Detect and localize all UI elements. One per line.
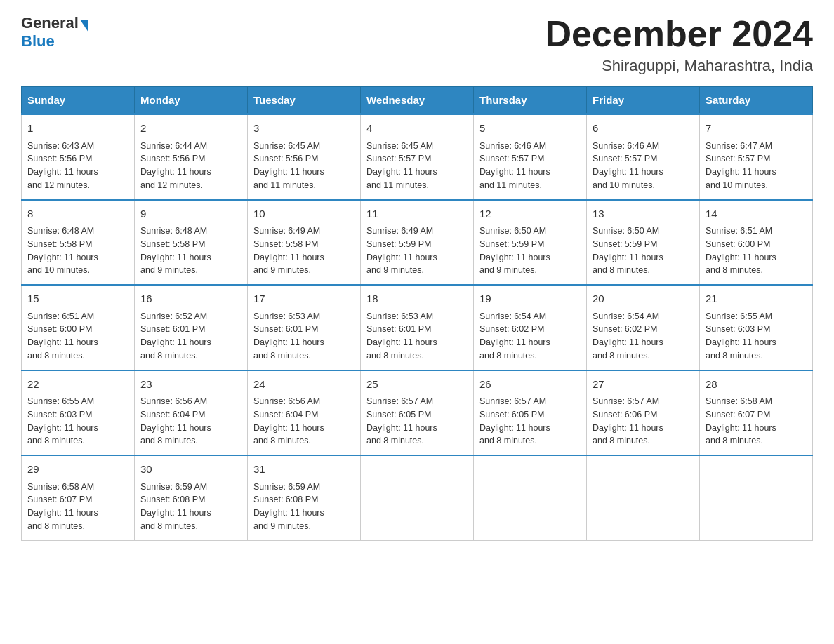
calendar-cell: 23 Sunrise: 6:56 AM Sunset: 6:04 PM Dayl… — [135, 370, 248, 456]
day-sunrise: Sunrise: 6:52 AM — [140, 311, 207, 321]
day-sunset: Sunset: 5:58 PM — [140, 239, 205, 249]
day-daylight: Daylight: 11 hoursand 8 minutes. — [140, 508, 211, 531]
day-number: 5 — [479, 121, 581, 137]
day-number: 2 — [140, 121, 241, 137]
day-sunset: Sunset: 5:59 PM — [479, 239, 544, 249]
day-sunset: Sunset: 6:05 PM — [366, 410, 431, 420]
calendar-cell: 17 Sunrise: 6:53 AM Sunset: 6:01 PM Dayl… — [248, 285, 361, 370]
day-sunset: Sunset: 6:03 PM — [27, 410, 92, 420]
day-sunrise: Sunrise: 6:58 AM — [706, 396, 772, 406]
day-sunrise: Sunrise: 6:56 AM — [140, 396, 207, 406]
day-number: 9 — [140, 206, 241, 222]
title-area: December 2024 Shiraguppi, Maharashtra, I… — [545, 14, 813, 75]
day-number: 12 — [479, 206, 581, 222]
day-sunset: Sunset: 6:02 PM — [593, 324, 657, 334]
day-sunrise: Sunrise: 6:51 AM — [706, 226, 772, 236]
day-number: 15 — [27, 291, 128, 307]
day-sunrise: Sunrise: 6:57 AM — [366, 396, 433, 406]
day-number: 20 — [593, 291, 694, 307]
day-sunrise: Sunrise: 6:57 AM — [593, 396, 659, 406]
day-sunrise: Sunrise: 6:46 AM — [479, 141, 546, 151]
day-sunset: Sunset: 6:06 PM — [593, 410, 657, 420]
day-daylight: Daylight: 11 hoursand 11 minutes. — [479, 167, 550, 190]
calendar-cell: 15 Sunrise: 6:51 AM Sunset: 6:00 PM Dayl… — [22, 285, 135, 370]
day-number: 17 — [253, 291, 355, 307]
day-sunset: Sunset: 5:57 PM — [706, 154, 770, 163]
day-sunset: Sunset: 6:00 PM — [27, 324, 92, 334]
day-sunset: Sunset: 6:01 PM — [253, 324, 318, 334]
day-header-wednesday: Wednesday — [361, 87, 474, 114]
day-number: 11 — [366, 206, 468, 222]
day-number: 4 — [366, 121, 468, 137]
day-daylight: Daylight: 11 hoursand 8 minutes. — [593, 423, 663, 446]
calendar-cell: 27 Sunrise: 6:57 AM Sunset: 6:06 PM Dayl… — [587, 370, 700, 456]
day-number: 14 — [706, 206, 807, 222]
day-sunset: Sunset: 6:08 PM — [253, 495, 318, 504]
day-daylight: Daylight: 11 hoursand 8 minutes. — [593, 253, 663, 276]
calendar-cell — [474, 455, 587, 540]
calendar-week-row: 1 Sunrise: 6:43 AM Sunset: 5:56 PM Dayli… — [22, 114, 813, 200]
day-daylight: Daylight: 11 hoursand 8 minutes. — [593, 337, 663, 361]
day-number: 3 — [253, 121, 355, 137]
day-sunrise: Sunrise: 6:50 AM — [593, 226, 659, 236]
location-title: Shiraguppi, Maharashtra, India — [545, 57, 813, 75]
day-sunrise: Sunrise: 6:48 AM — [27, 226, 94, 236]
day-number: 7 — [706, 121, 807, 137]
day-sunrise: Sunrise: 6:59 AM — [253, 482, 320, 492]
day-number: 29 — [27, 462, 128, 478]
day-daylight: Daylight: 11 hoursand 8 minutes. — [140, 337, 211, 361]
day-daylight: Daylight: 11 hoursand 10 minutes. — [27, 253, 98, 276]
day-sunrise: Sunrise: 6:58 AM — [27, 482, 94, 492]
day-sunset: Sunset: 5:56 PM — [27, 154, 92, 163]
day-sunset: Sunset: 5:57 PM — [366, 154, 431, 163]
day-daylight: Daylight: 11 hoursand 11 minutes. — [366, 167, 437, 190]
day-sunset: Sunset: 6:02 PM — [479, 324, 544, 334]
calendar-cell — [700, 455, 813, 540]
day-sunset: Sunset: 5:59 PM — [593, 239, 657, 249]
day-sunrise: Sunrise: 6:51 AM — [27, 311, 94, 321]
day-number: 16 — [140, 291, 241, 307]
day-sunrise: Sunrise: 6:49 AM — [366, 226, 433, 236]
day-daylight: Daylight: 11 hoursand 11 minutes. — [253, 167, 324, 190]
calendar-cell: 10 Sunrise: 6:49 AM Sunset: 5:58 PM Dayl… — [248, 200, 361, 286]
logo-blue-text: Blue — [21, 32, 55, 51]
day-sunset: Sunset: 6:04 PM — [140, 410, 205, 420]
day-sunset: Sunset: 6:01 PM — [366, 324, 431, 334]
day-sunrise: Sunrise: 6:45 AM — [253, 141, 320, 151]
day-daylight: Daylight: 11 hoursand 10 minutes. — [593, 167, 663, 190]
day-number: 28 — [706, 377, 807, 393]
day-header-monday: Monday — [135, 87, 248, 114]
calendar-cell: 21 Sunrise: 6:55 AM Sunset: 6:03 PM Dayl… — [700, 285, 813, 370]
calendar-cell: 4 Sunrise: 6:45 AM Sunset: 5:57 PM Dayli… — [361, 114, 474, 200]
day-daylight: Daylight: 11 hoursand 12 minutes. — [140, 167, 211, 190]
day-sunset: Sunset: 6:01 PM — [140, 324, 205, 334]
calendar-week-row: 29 Sunrise: 6:58 AM Sunset: 6:07 PM Dayl… — [22, 455, 813, 540]
day-daylight: Daylight: 11 hoursand 9 minutes. — [366, 253, 437, 276]
day-sunset: Sunset: 6:04 PM — [253, 410, 318, 420]
day-sunrise: Sunrise: 6:55 AM — [706, 311, 772, 321]
day-sunrise: Sunrise: 6:44 AM — [140, 141, 207, 151]
calendar-cell: 5 Sunrise: 6:46 AM Sunset: 5:57 PM Dayli… — [474, 114, 587, 200]
day-number: 25 — [366, 377, 468, 393]
day-daylight: Daylight: 11 hoursand 8 minutes. — [253, 423, 324, 446]
day-daylight: Daylight: 11 hoursand 8 minutes. — [706, 337, 776, 361]
day-sunset: Sunset: 5:57 PM — [593, 154, 657, 163]
day-daylight: Daylight: 11 hoursand 9 minutes. — [479, 253, 550, 276]
logo-general-text: General — [21, 14, 79, 32]
day-sunrise: Sunrise: 6:47 AM — [706, 141, 772, 151]
day-sunrise: Sunrise: 6:53 AM — [366, 311, 433, 321]
day-number: 8 — [27, 206, 128, 222]
day-sunrise: Sunrise: 6:53 AM — [253, 311, 320, 321]
day-number: 30 — [140, 462, 241, 478]
calendar-header-row: SundayMondayTuesdayWednesdayThursdayFrid… — [22, 87, 813, 114]
day-header-saturday: Saturday — [700, 87, 813, 114]
calendar-cell: 11 Sunrise: 6:49 AM Sunset: 5:59 PM Dayl… — [361, 200, 474, 286]
calendar-cell — [587, 455, 700, 540]
calendar-cell: 20 Sunrise: 6:54 AM Sunset: 6:02 PM Dayl… — [587, 285, 700, 370]
calendar-cell: 26 Sunrise: 6:57 AM Sunset: 6:05 PM Dayl… — [474, 370, 587, 456]
day-number: 27 — [593, 377, 694, 393]
day-header-sunday: Sunday — [22, 87, 135, 114]
day-sunrise: Sunrise: 6:54 AM — [479, 311, 546, 321]
calendar-cell: 8 Sunrise: 6:48 AM Sunset: 5:58 PM Dayli… — [22, 200, 135, 286]
day-sunrise: Sunrise: 6:54 AM — [593, 311, 659, 321]
